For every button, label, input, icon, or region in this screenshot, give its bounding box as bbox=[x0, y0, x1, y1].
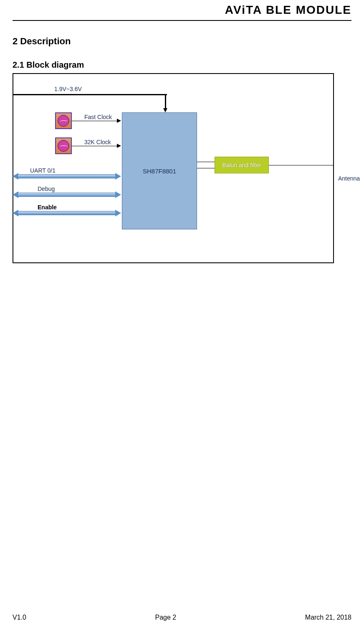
debug-label: Debug bbox=[38, 186, 55, 192]
rf-wire-bottom bbox=[197, 168, 215, 168]
uart-bus bbox=[18, 174, 116, 178]
antenna-wire bbox=[269, 165, 334, 165]
enable-label: Enable bbox=[38, 204, 57, 211]
slow-clock-wire bbox=[72, 146, 118, 146]
footer-date: March 21, 2018 bbox=[305, 614, 351, 621]
oscillator-icon bbox=[58, 115, 69, 127]
fast-clock-wire bbox=[72, 121, 118, 121]
section-heading: 2 Description bbox=[13, 36, 351, 47]
balun-label: Balun and filter bbox=[222, 162, 261, 168]
fast-clock-label: Fast Clock bbox=[84, 114, 112, 120]
slow-clock-arrow-icon bbox=[117, 144, 121, 148]
rf-wire-top bbox=[197, 162, 215, 162]
uart-arrow-right-icon bbox=[115, 173, 121, 180]
subsection-heading: 2.1 Block diagram bbox=[13, 60, 351, 70]
oscillator-icon bbox=[58, 140, 69, 152]
fast-clock-block bbox=[55, 112, 72, 129]
mcu-block: SH87F8801 bbox=[122, 112, 197, 229]
enable-arrow-right-icon bbox=[115, 210, 121, 216]
debug-bus bbox=[18, 193, 116, 197]
block-diagram: 1.9V~3.6V SH87F8801 Fast Clock 32K Clock… bbox=[13, 73, 334, 263]
page-footer: V1.0 Page 2 March 21, 2018 bbox=[13, 614, 351, 621]
fast-clock-arrow-icon bbox=[117, 119, 121, 123]
slow-clock-block bbox=[55, 137, 72, 154]
uart-label: UART 0/1 bbox=[30, 167, 56, 174]
enable-bus bbox=[18, 211, 116, 215]
debug-arrow-right-icon bbox=[115, 191, 121, 198]
page-header: AViTA BLE MODULE bbox=[13, 0, 351, 21]
footer-page: Page 2 bbox=[155, 614, 177, 621]
slow-clock-label: 32K Clock bbox=[84, 139, 111, 145]
antenna-label: Antenna bbox=[338, 175, 360, 182]
balun-block: Balun and filter bbox=[215, 157, 269, 173]
voltage-arrow-icon bbox=[163, 108, 167, 112]
voltage-label: 1.9V~3.6V bbox=[54, 86, 82, 92]
voltage-wire-h bbox=[13, 94, 167, 95]
footer-version: V1.0 bbox=[13, 614, 26, 621]
header-title: AViTA BLE MODULE bbox=[225, 3, 351, 16]
mcu-label: SH87F8801 bbox=[143, 168, 176, 175]
